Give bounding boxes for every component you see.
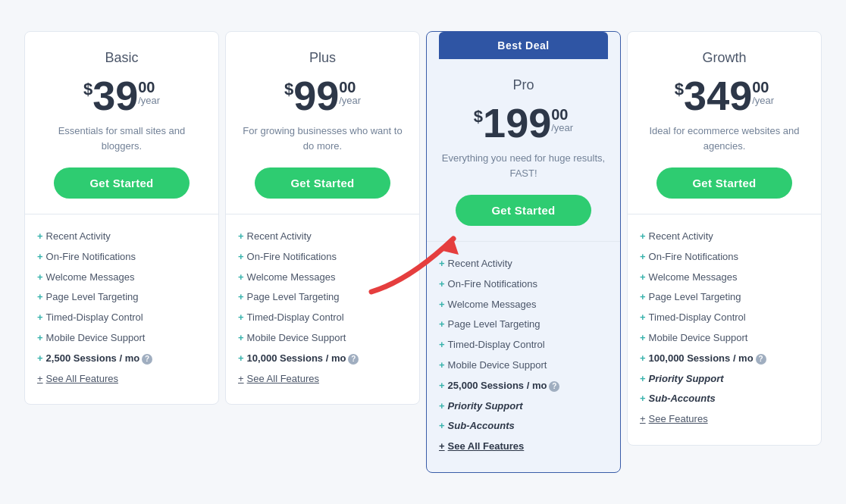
price-cents-plus: 00 bbox=[339, 80, 356, 95]
plan-desc-pro: Everything you need for huge results, FA… bbox=[439, 151, 608, 181]
feature-item: +Timed-Display Control bbox=[238, 308, 407, 328]
help-icon[interactable]: ? bbox=[549, 381, 559, 392]
price-block-plus: $ 99 00 /year bbox=[238, 75, 407, 116]
feature-item: +Welcome Messages bbox=[439, 295, 608, 315]
price-cents-pro: 00 bbox=[551, 107, 568, 122]
feature-item: +Mobile Device Support bbox=[238, 328, 407, 349]
price-block-growth: $ 349 00 /year bbox=[640, 75, 809, 116]
help-icon[interactable]: ? bbox=[142, 354, 152, 365]
price-suffix-plus: 00 /year bbox=[339, 80, 361, 106]
price-cents-growth: 00 bbox=[752, 80, 769, 95]
feature-item-bold: +10,000 Sessions / mo? bbox=[238, 349, 407, 369]
feature-item: +Page Level Targeting bbox=[640, 287, 809, 308]
price-period-pro: /year bbox=[551, 122, 573, 133]
price-amount-basic: 39 bbox=[92, 75, 138, 116]
feature-item: +Page Level Targeting bbox=[238, 287, 407, 308]
feature-item-bold-italic: +Sub-Accounts bbox=[439, 416, 608, 437]
feature-item: +Mobile Device Support bbox=[640, 328, 809, 349]
feature-item-bold-link[interactable]: +See All Features bbox=[439, 437, 608, 457]
get-started-btn-pro[interactable]: Get Started bbox=[456, 195, 591, 226]
price-amount-pro: 199 bbox=[483, 102, 551, 143]
price-suffix-pro: 00 /year bbox=[551, 107, 573, 133]
feature-item-link[interactable]: +See All Features bbox=[238, 369, 407, 390]
plan-desc-plus: For growing businesses who want to do mo… bbox=[238, 124, 407, 154]
feature-item: +Recent Activity bbox=[439, 254, 608, 274]
get-started-btn-basic[interactable]: Get Started bbox=[54, 167, 189, 199]
price-cents-basic: 00 bbox=[138, 80, 155, 95]
price-amount-plus: 99 bbox=[293, 75, 339, 116]
feature-item-link[interactable]: +See All Features bbox=[37, 369, 206, 390]
feature-item: +Recent Activity bbox=[37, 227, 206, 247]
price-period-growth: /year bbox=[752, 95, 774, 106]
feature-item: +On-Fire Notifications bbox=[238, 247, 407, 268]
feature-item-bold: +2,500 Sessions / mo? bbox=[37, 349, 206, 369]
feature-item: +On-Fire Notifications bbox=[439, 274, 608, 295]
help-icon[interactable]: ? bbox=[756, 354, 766, 365]
get-started-btn-plus[interactable]: Get Started bbox=[255, 167, 390, 199]
feature-item: +Page Level Targeting bbox=[439, 315, 608, 335]
feature-item-bold-italic: +Sub-Accounts bbox=[640, 389, 809, 409]
price-dollar-pro: $ bbox=[474, 107, 483, 127]
feature-item: +Timed-Display Control bbox=[439, 335, 608, 355]
price-dollar-growth: $ bbox=[675, 80, 684, 99]
feature-item: +Mobile Device Support bbox=[37, 328, 206, 349]
features-list-pro: +Recent Activity+On-Fire Notifications+W… bbox=[439, 254, 608, 457]
features-list-plus: +Recent Activity+On-Fire Notifications+W… bbox=[238, 227, 407, 389]
feature-item: +Welcome Messages bbox=[640, 268, 809, 288]
feature-item-bold-italic: +Priority Support bbox=[439, 396, 608, 417]
plan-name-growth: Growth bbox=[640, 50, 809, 66]
price-block-basic: $ 39 00 /year bbox=[37, 75, 206, 116]
feature-item: +Timed-Display Control bbox=[640, 308, 809, 328]
plan-card-plus: Plus $ 99 00 /year For growing businesse… bbox=[225, 31, 420, 405]
plan-name-plus: Plus bbox=[238, 50, 407, 66]
features-list-basic: +Recent Activity+On-Fire Notifications+W… bbox=[37, 227, 206, 389]
features-list-growth: +Recent Activity+On-Fire Notifications+W… bbox=[640, 227, 809, 430]
feature-item-bold: +25,000 Sessions / mo? bbox=[439, 376, 608, 396]
plan-desc-growth: Ideal for ecommerce websites and agencie… bbox=[640, 124, 809, 154]
price-dollar-basic: $ bbox=[83, 80, 92, 99]
feature-item-bold: +100,000 Sessions / mo? bbox=[640, 349, 809, 369]
plan-name-basic: Basic bbox=[37, 50, 206, 66]
feature-item: +Page Level Targeting bbox=[37, 287, 206, 308]
best-deal-banner: Best Deal bbox=[439, 32, 608, 59]
feature-item: +Welcome Messages bbox=[37, 268, 206, 288]
divider-basic bbox=[25, 214, 218, 214]
plan-card-growth: Growth $ 349 00 /year Ideal for ecommerc… bbox=[627, 31, 822, 446]
pricing-section: Basic $ 39 00 /year Essentials for small… bbox=[21, 31, 825, 473]
divider-growth bbox=[628, 214, 821, 214]
price-period-plus: /year bbox=[339, 95, 361, 106]
feature-item: +Welcome Messages bbox=[238, 268, 407, 288]
get-started-btn-growth[interactable]: Get Started bbox=[656, 167, 791, 199]
divider-plus bbox=[226, 214, 419, 214]
feature-item: +Recent Activity bbox=[238, 227, 407, 247]
help-icon[interactable]: ? bbox=[348, 354, 359, 365]
feature-item: +On-Fire Notifications bbox=[640, 247, 809, 268]
feature-item: +Timed-Display Control bbox=[37, 308, 206, 328]
feature-item: +Recent Activity bbox=[640, 227, 809, 247]
feature-item-link[interactable]: +See Features bbox=[640, 409, 809, 430]
plan-card-pro: Best DealPro $ 199 00 /year Everything y… bbox=[426, 31, 621, 473]
feature-item: +Mobile Device Support bbox=[439, 355, 608, 376]
price-suffix-growth: 00 /year bbox=[752, 80, 774, 106]
price-block-pro: $ 199 00 /year bbox=[439, 102, 608, 143]
plan-desc-basic: Essentials for small sites and bloggers. bbox=[37, 124, 206, 154]
feature-item: +On-Fire Notifications bbox=[37, 247, 206, 268]
price-dollar-plus: $ bbox=[284, 80, 293, 99]
price-amount-growth: 349 bbox=[684, 75, 752, 116]
feature-item-bold-italic: +Priority Support bbox=[640, 369, 809, 390]
plan-name-pro: Pro bbox=[439, 77, 608, 93]
plan-card-basic: Basic $ 39 00 /year Essentials for small… bbox=[24, 31, 219, 405]
price-period-basic: /year bbox=[138, 95, 160, 106]
price-suffix-basic: 00 /year bbox=[138, 80, 160, 106]
divider-pro bbox=[427, 241, 620, 242]
